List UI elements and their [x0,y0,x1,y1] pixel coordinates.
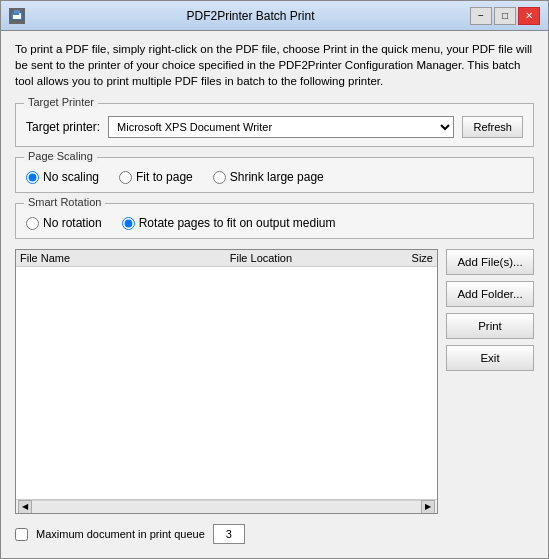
title-bar: PDF2Printer Batch Print − □ ✕ [1,1,548,31]
max-doc-label[interactable]: Maximum document in print queue [36,528,205,540]
exit-button[interactable]: Exit [446,345,534,371]
fit-to-page-radio[interactable] [119,171,132,184]
no-scaling-radio[interactable] [26,171,39,184]
file-table-header: File Name File Location Size [16,250,437,267]
scroll-right-arrow[interactable]: ▶ [421,500,435,514]
add-folder-button[interactable]: Add Folder... [446,281,534,307]
target-printer-group: Target Printer Target printer: Microsoft… [15,103,534,147]
smart-rotation-title: Smart Rotation [24,196,105,208]
horizontal-scrollbar[interactable]: ◀ ▶ [16,499,437,513]
print-button[interactable]: Print [446,313,534,339]
page-scaling-title: Page Scaling [24,150,97,162]
no-rotation-option[interactable]: No rotation [26,216,102,230]
main-window: PDF2Printer Batch Print − □ ✕ To print a… [0,0,549,559]
svg-point-3 [19,13,21,15]
no-rotation-label: No rotation [43,216,102,230]
shrink-large-page-label: Shrink large page [230,170,324,184]
smart-rotation-options: No rotation Rotate pages to fit on outpu… [26,216,523,230]
shrink-large-page-option[interactable]: Shrink large page [213,170,324,184]
shrink-large-page-radio[interactable] [213,171,226,184]
target-printer-label: Target printer: [26,120,100,134]
no-scaling-label: No scaling [43,170,99,184]
max-doc-input[interactable] [213,524,245,544]
rotate-pages-option[interactable]: Rotate pages to fit on output medium [122,216,336,230]
file-section: File Name File Location Size ◀ ▶ Add Fil… [15,249,534,514]
fit-to-page-option[interactable]: Fit to page [119,170,193,184]
file-table-body[interactable] [16,267,437,499]
rotate-pages-label: Rotate pages to fit on output medium [139,216,336,230]
description-text: To print a PDF file, simply right-click … [15,41,534,89]
target-printer-row: Target printer: Microsoft XPS Document W… [26,116,523,138]
file-table: File Name File Location Size ◀ ▶ [15,249,438,514]
refresh-button[interactable]: Refresh [462,116,523,138]
rotate-pages-radio[interactable] [122,217,135,230]
no-scaling-option[interactable]: No scaling [26,170,99,184]
smart-rotation-group: Smart Rotation No rotation Rotate pages … [15,203,534,239]
minimize-button[interactable]: − [470,7,492,25]
main-content: To print a PDF file, simply right-click … [1,31,548,558]
scroll-left-arrow[interactable]: ◀ [18,500,32,514]
restore-button[interactable]: □ [494,7,516,25]
no-rotation-radio[interactable] [26,217,39,230]
add-files-button[interactable]: Add File(s)... [446,249,534,275]
col-size-header: Size [364,252,433,264]
svg-rect-1 [13,15,21,19]
max-doc-checkbox[interactable] [15,528,28,541]
close-button[interactable]: ✕ [518,7,540,25]
col-location-header: File Location [158,252,365,264]
page-scaling-group: Page Scaling No scaling Fit to page Shri… [15,157,534,193]
target-printer-title: Target Printer [24,96,98,108]
fit-to-page-label: Fit to page [136,170,193,184]
col-filename-header: File Name [20,252,158,264]
printer-select[interactable]: Microsoft XPS Document Writer [108,116,454,138]
window-title: PDF2Printer Batch Print [31,9,470,23]
scrollbar-track[interactable] [32,500,421,514]
app-icon [9,8,25,24]
file-action-buttons: Add File(s)... Add Folder... Print Exit [446,249,534,514]
svg-rect-2 [14,10,20,13]
window-controls: − □ ✕ [470,7,540,25]
bottom-row: Maximum document in print queue [15,524,534,548]
page-scaling-options: No scaling Fit to page Shrink large page [26,170,523,184]
